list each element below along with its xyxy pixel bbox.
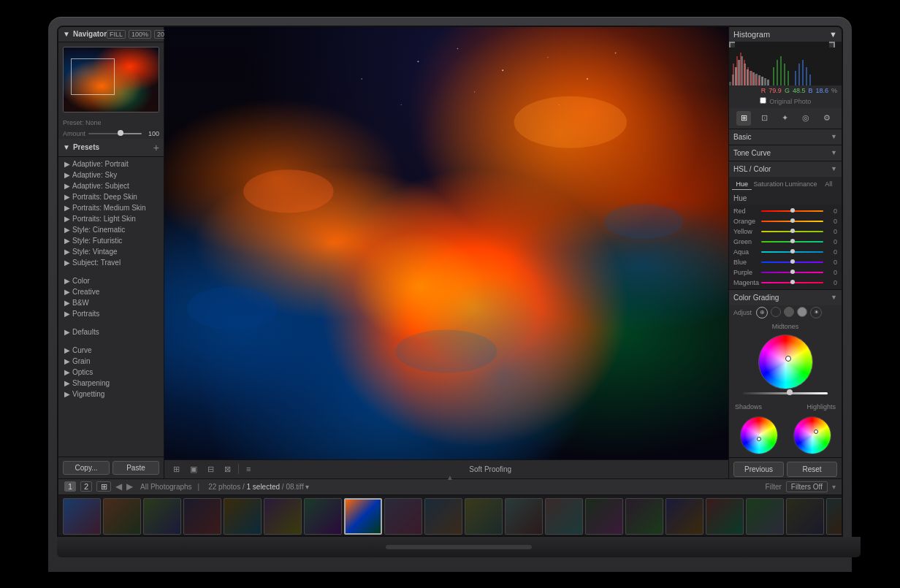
filmstrip-prev-icon[interactable]: ◀ <box>115 481 122 492</box>
film-thumb-17[interactable] <box>706 498 744 535</box>
filmstrip-filter-btn[interactable]: Filters Off <box>786 481 828 492</box>
highlights-color-wheel[interactable] <box>793 416 831 454</box>
hsl-blue-slider[interactable] <box>761 261 823 263</box>
film-thumb-5[interactable]: ★★★★★ <box>224 498 262 535</box>
preset-group-creative[interactable]: ▶ Creative <box>58 286 164 297</box>
shadows-color-wheel[interactable] <box>740 416 778 454</box>
chevron-icon: ▶ <box>64 204 70 212</box>
develop-tool-icon[interactable]: ⊞ <box>736 111 751 126</box>
fill-btn[interactable]: FILL <box>107 30 126 39</box>
filmstrip-tab-2[interactable]: 2 <box>80 481 92 492</box>
redeye-tool-icon[interactable]: ◎ <box>798 111 813 126</box>
zoom-100-btn[interactable]: 100% <box>129 30 151 39</box>
hsl-purple-slider[interactable] <box>761 272 823 273</box>
survey-view-icon[interactable]: ⊠ <box>221 463 234 476</box>
presets-header[interactable]: ▼ Presets + <box>58 139 164 157</box>
preset-group-curve[interactable]: ▶ Curve <box>58 345 164 356</box>
preset-group-color[interactable]: ▶ Color <box>58 275 164 286</box>
previous-button[interactable]: Previous <box>733 462 784 477</box>
navigator-collapse-icon[interactable]: ▼ <box>63 30 70 38</box>
grid-view-icon[interactable]: ⊞ <box>170 463 183 476</box>
cg-sun-icon[interactable]: ☀ <box>810 307 822 318</box>
preset-group-portraits[interactable]: ▶ Portraits <box>58 308 164 319</box>
tone-curve-header[interactable]: Tone Curve ▼ <box>729 145 842 161</box>
midtones-lum-slider[interactable] <box>743 392 828 394</box>
cg-circle2-icon[interactable] <box>784 307 794 317</box>
filmstrip-next-icon[interactable]: ▶ <box>126 481 133 492</box>
film-thumb-4[interactable] <box>183 498 221 535</box>
preset-group-defaults[interactable]: ▶ Defaults <box>58 327 164 337</box>
preset-group-portraits-deep[interactable]: ▶ Portraits: Deep Skin <box>58 191 164 202</box>
preset-group-subject-travel[interactable]: ▶ Subject: Travel <box>58 257 164 268</box>
original-photo-checkbox[interactable] <box>760 97 766 104</box>
view-options-icon[interactable]: ≡ <box>243 463 253 475</box>
loupe-view-icon[interactable]: ▣ <box>187 463 200 476</box>
hsl-tab-saturation[interactable]: Saturation <box>753 179 783 190</box>
histogram-collapse-icon[interactable]: ▼ <box>829 30 837 39</box>
soft-proofing-button[interactable]: Soft Proofing <box>464 463 516 476</box>
preset-group-portraits-light[interactable]: ▶ Portraits: Light Skin <box>58 213 164 224</box>
filter-tool-icon[interactable]: ⚙ <box>820 111 834 126</box>
preset-group-adaptive-sky[interactable]: ▶ Adaptive: Sky <box>58 169 164 180</box>
color-grading-header[interactable]: Color Grading ▼ <box>729 290 842 305</box>
film-thumb-10[interactable] <box>424 498 462 535</box>
hsl-row-magenta: Magenta 0 <box>729 278 842 288</box>
paste-button[interactable]: Paste <box>113 461 159 475</box>
film-thumb-16[interactable] <box>666 498 703 535</box>
compare-view-icon[interactable]: ⊟ <box>205 463 217 476</box>
hsl-tab-all[interactable]: All <box>819 179 839 190</box>
film-thumb-20[interactable] <box>826 498 842 535</box>
film-thumb-13[interactable] <box>545 498 583 535</box>
filmstrip-tab-1[interactable]: 1 <box>64 481 76 492</box>
hsl-magenta-slider[interactable] <box>761 282 823 283</box>
film-thumb-9[interactable] <box>384 498 422 535</box>
crop-tool-icon[interactable]: ⊡ <box>758 111 772 126</box>
hsl-yellow-slider[interactable] <box>761 231 823 232</box>
film-thumb-6[interactable] <box>264 498 302 535</box>
film-thumb-3[interactable] <box>143 498 181 535</box>
amount-slider[interactable] <box>88 133 142 134</box>
preset-group-bw[interactable]: ▶ B&W <box>58 297 164 308</box>
preset-group-style-vintage[interactable]: ▶ Style: Vintage <box>58 246 164 257</box>
film-thumb-12[interactable] <box>505 498 543 535</box>
cg-wheels-icon[interactable]: ⊕ <box>756 307 768 318</box>
histogram-g-value: 48.5 <box>793 87 806 94</box>
hsl-orange-slider[interactable] <box>761 221 823 222</box>
film-thumb-19[interactable] <box>786 498 824 535</box>
filmstrip-filter-dropdown-icon[interactable]: ▾ <box>832 483 836 491</box>
hsl-green-slider[interactable] <box>761 241 823 243</box>
preset-group-vignetting[interactable]: ▶ Vignetting <box>58 389 164 400</box>
hsl-aqua-slider[interactable] <box>761 251 823 253</box>
preset-group-adaptive-portrait[interactable]: ▶ Adaptive: Portrait <box>58 159 164 169</box>
preset-group-adaptive-subject[interactable]: ▶ Adaptive: Subject <box>58 180 164 191</box>
svg-rect-43 <box>798 64 800 85</box>
presets-add-btn[interactable]: + <box>153 142 159 153</box>
film-thumb-1[interactable] <box>63 498 101 535</box>
preset-group-style-futuristic[interactable]: ▶ Style: Futuristic <box>58 235 164 246</box>
preset-group-portraits-medium[interactable]: ▶ Portraits: Medium Skin <box>58 202 164 213</box>
film-thumb-2[interactable] <box>103 498 141 535</box>
film-thumb-14[interactable] <box>585 498 623 535</box>
preset-group-grain[interactable]: ▶ Grain <box>58 356 164 367</box>
cg-circle1-icon[interactable] <box>771 307 781 317</box>
hsl-tab-luminance[interactable]: Luminance <box>785 179 817 190</box>
hsl-tab-hue[interactable]: Hue <box>732 179 752 190</box>
preset-group-style-cinematic[interactable]: ▶ Style: Cinematic <box>58 224 164 235</box>
filmstrip-grid-icon[interactable]: ⊞ <box>96 481 111 492</box>
reset-button[interactable]: Reset <box>787 462 837 477</box>
copy-button[interactable]: Copy... <box>63 461 110 475</box>
film-thumb-18[interactable] <box>746 498 784 535</box>
basic-section-header[interactable]: Basic ▼ <box>729 129 842 145</box>
midtones-color-wheel[interactable] <box>758 335 813 389</box>
preset-group-sharpening[interactable]: ▶ Sharpening <box>58 378 164 389</box>
hsl-red-slider[interactable] <box>761 210 823 212</box>
preset-group-optics[interactable]: ▶ Optics <box>58 367 164 378</box>
film-thumb-8[interactable] <box>344 498 382 535</box>
hsl-section-header[interactable]: HSL / Color ▼ <box>729 161 842 177</box>
film-thumb-15[interactable] <box>625 498 663 535</box>
film-thumb-11[interactable] <box>465 498 503 535</box>
heal-tool-icon[interactable]: ✦ <box>778 111 793 126</box>
film-thumb-7[interactable] <box>304 498 342 535</box>
cg-circle3-icon[interactable] <box>797 307 807 317</box>
filmstrip-collapse-top-icon[interactable]: ▲ <box>446 473 454 481</box>
